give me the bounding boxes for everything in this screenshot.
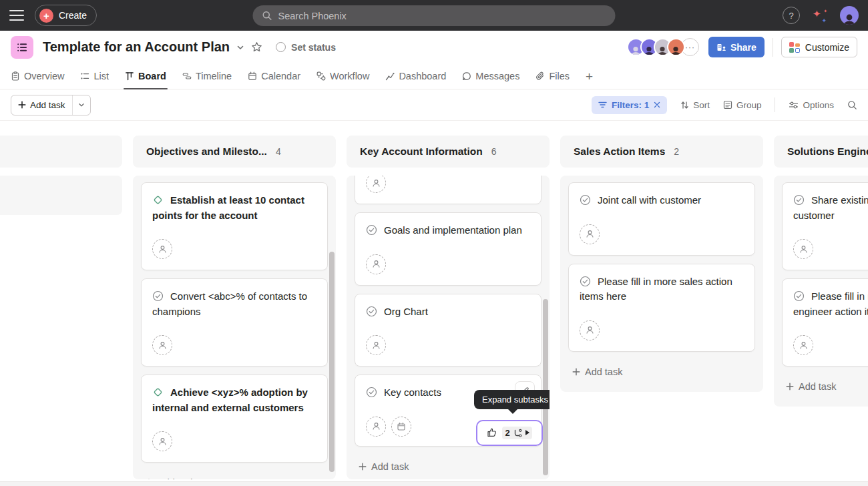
create-button[interactable]: + Create [35,5,97,26]
share-button[interactable]: Share [708,37,765,57]
task-title: Org Chart [384,306,428,317]
task-card[interactable]: Achieve <xyz>% adoption by internal and … [141,375,328,463]
assignee-placeholder-icon[interactable] [580,224,600,244]
member-avatar-4[interactable] [667,38,685,56]
sort-icon [680,101,689,109]
tab-timeline[interactable]: Timeline [182,63,232,89]
tab-list[interactable]: List [80,63,109,89]
assignee-placeholder-icon[interactable] [152,335,172,355]
tooltip: Expand subtasks [474,390,550,409]
column-add-task-button[interactable]: Add task [141,471,328,479]
member-facepile[interactable]: ··· [627,38,699,56]
chevron-down-icon[interactable] [236,43,244,51]
assignee-placeholder-icon[interactable] [152,239,172,259]
task-card[interactable]: Joint call with customer [568,182,755,256]
assignee-placeholder-icon[interactable] [366,335,386,355]
filters-chip[interactable]: Filters: 1 [592,96,667,114]
add-task-split-button[interactable]: Add task [11,95,91,115]
column-count: 2 [674,136,679,168]
assignee-placeholder-icon[interactable] [366,417,386,437]
customize-button[interactable]: Customize [781,37,857,57]
add-task-label: Add task [158,477,195,479]
tab-workflow[interactable]: Workflow [316,63,369,89]
tab-label: Timeline [196,71,232,81]
task-card-key-contacts[interactable]: Key contacts Expand subtasks 2 [355,375,541,447]
column-scrollbar[interactable] [543,299,548,475]
add-task-label: Add task [30,100,65,110]
tab-dashboard[interactable]: Dashboard [385,63,446,89]
divider [775,97,775,112]
ai-sparkles-icon[interactable]: ✦✦✦ [812,7,828,23]
task-card[interactable]: Org Chart [355,294,541,367]
check-circle-icon[interactable] [580,194,591,206]
divider [773,38,773,57]
column-header[interactable]: Solutions Engineering Action Items [774,136,868,168]
column-body: Joint call with customer Please fill in … [560,176,763,392]
task-card[interactable]: Please fill in more solutions engineer a… [782,278,868,367]
column-header[interactable] [0,136,122,168]
add-task-caret-button[interactable] [72,95,90,115]
check-circle-icon[interactable] [152,290,164,302]
star-icon[interactable] [251,41,262,53]
timeline-icon [182,71,192,81]
subtask-count: 2 [505,428,509,438]
column-scrollbar[interactable] [329,252,335,472]
expand-subtasks-button[interactable]: 2 [476,420,543,446]
assignee-placeholder-icon[interactable] [152,431,172,451]
group-button[interactable]: Group [723,100,762,110]
assignee-placeholder-icon[interactable] [793,335,813,355]
check-circle-icon[interactable] [793,290,805,302]
options-label: Options [803,100,834,110]
task-card[interactable]: Share existing collateral with the custo… [782,182,868,270]
due-date-placeholder-icon[interactable] [391,417,411,437]
task-card[interactable]: Convert <abc>% of contacts to champions [141,278,328,367]
column-header[interactable]: Sales Action Items 2 [560,136,763,168]
options-button[interactable]: Options [789,100,834,110]
task-card-clipped[interactable] [355,176,541,204]
tab-calendar[interactable]: Calendar [248,63,300,89]
calendar-icon [248,71,257,81]
milestone-icon [152,387,164,398]
customize-label: Customize [805,42,849,53]
user-avatar[interactable] [840,6,859,25]
global-search-input[interactable]: Search Phoenix [253,5,616,26]
clear-filter-icon[interactable] [654,101,660,108]
check-circle-icon[interactable] [366,387,377,398]
help-button[interactable]: ? [783,7,800,24]
add-task-button[interactable]: Add task [11,95,72,115]
subtask-icon [513,429,522,437]
assignee-placeholder-icon[interactable] [580,320,600,340]
check-circle-icon[interactable] [366,306,377,317]
set-status-button[interactable]: Set status [276,42,336,53]
task-card[interactable]: Establish at least 10 contact points for… [141,182,328,270]
column-add-task-button[interactable]: Add task [782,375,868,399]
assignee-placeholder-icon[interactable] [793,239,813,259]
assignee-placeholder-icon[interactable] [366,254,386,274]
thumbs-up-icon[interactable] [487,427,497,438]
column-add-task-button[interactable]: Add task [568,360,755,384]
board-canvas[interactable]: Objectives and Milesto... 4 Establish at… [0,121,868,481]
expand-caret-icon [525,430,529,435]
sort-button[interactable]: Sort [680,100,710,110]
task-card[interactable]: Goals and implementation plan [355,212,541,286]
check-circle-icon[interactable] [793,194,805,206]
horizontal-scrollbar-track[interactable] [0,481,868,486]
project-icon[interactable] [11,36,33,59]
add-view-button[interactable]: + [586,70,593,83]
tab-overview[interactable]: Overview [11,63,64,89]
column-add-task-button[interactable]: Add task [355,455,541,473]
tab-files[interactable]: Files [535,63,570,89]
task-card[interactable]: Please fill in more sales action items h… [568,264,755,352]
task-title: Key contacts [384,387,441,398]
column-header[interactable]: Objectives and Milesto... 4 [133,136,336,168]
check-circle-icon[interactable] [366,224,377,236]
assignee-placeholder-icon[interactable] [366,176,386,193]
column-header[interactable]: Key Account Information 6 [347,136,550,168]
sidebar-toggle-icon[interactable] [9,10,24,21]
board-search-button[interactable] [847,100,857,110]
search-icon [262,11,272,21]
tab-label: Board [138,71,166,81]
tab-messages[interactable]: Messages [462,63,519,89]
tab-board[interactable]: Board [125,63,166,89]
check-circle-icon[interactable] [580,276,591,287]
